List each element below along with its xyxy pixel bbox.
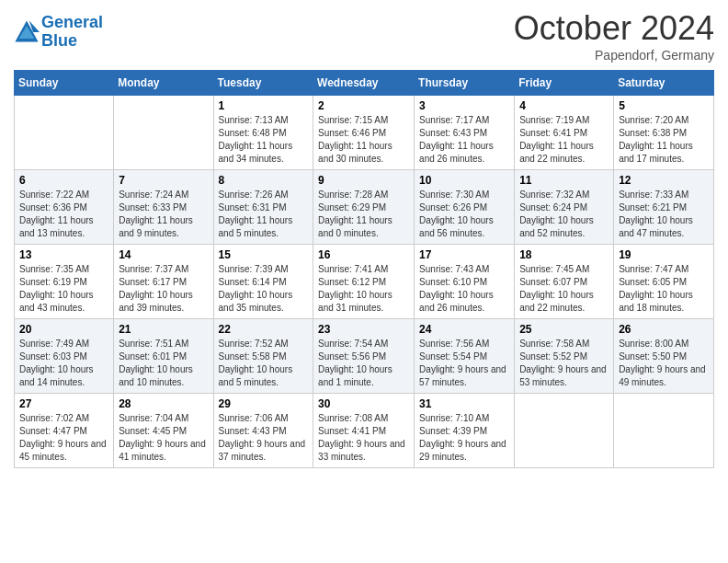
- calendar-cell: [515, 394, 614, 468]
- month-title: October 2024: [514, 9, 714, 48]
- col-saturday: Saturday: [614, 71, 714, 96]
- day-info: Sunrise: 7:10 AMSunset: 4:39 PMDaylight:…: [419, 412, 509, 464]
- calendar-cell: 13Sunrise: 7:35 AMSunset: 6:19 PMDayligh…: [15, 245, 114, 319]
- col-tuesday: Tuesday: [213, 71, 313, 96]
- week-row-5: 27Sunrise: 7:02 AMSunset: 4:47 PMDayligh…: [15, 394, 714, 468]
- logo-text: General Blue: [41, 14, 103, 51]
- day-info: Sunrise: 7:17 AMSunset: 6:43 PMDaylight:…: [419, 114, 509, 166]
- day-number: 31: [419, 397, 509, 410]
- page-header: General Blue October 2024 Papendorf, Ger…: [14, 9, 714, 63]
- day-number: 2: [318, 99, 409, 112]
- day-info: Sunrise: 7:49 AMSunset: 6:03 PMDaylight:…: [19, 338, 108, 389]
- day-number: 28: [119, 397, 208, 410]
- calendar-cell: 15Sunrise: 7:39 AMSunset: 6:14 PMDayligh…: [213, 245, 313, 319]
- day-number: 10: [419, 174, 509, 187]
- day-info: Sunrise: 7:15 AMSunset: 6:46 PMDaylight:…: [318, 114, 409, 166]
- day-number: 1: [219, 99, 309, 112]
- day-number: 24: [419, 323, 509, 336]
- calendar-cell: 1Sunrise: 7:13 AMSunset: 6:48 PMDaylight…: [213, 96, 313, 170]
- calendar-cell: [15, 96, 114, 170]
- day-info: Sunrise: 7:51 AMSunset: 6:01 PMDaylight:…: [119, 338, 208, 389]
- week-row-3: 13Sunrise: 7:35 AMSunset: 6:19 PMDayligh…: [15, 245, 714, 319]
- col-wednesday: Wednesday: [313, 71, 415, 96]
- col-sunday: Sunday: [15, 71, 114, 96]
- calendar-cell: 17Sunrise: 7:43 AMSunset: 6:10 PMDayligh…: [415, 245, 515, 319]
- week-row-2: 6Sunrise: 7:22 AMSunset: 6:36 PMDaylight…: [15, 170, 714, 245]
- day-number: 27: [19, 397, 108, 410]
- calendar-cell: 4Sunrise: 7:19 AMSunset: 6:41 PMDaylight…: [515, 96, 614, 170]
- calendar-cell: 22Sunrise: 7:52 AMSunset: 5:58 PMDayligh…: [213, 319, 313, 394]
- day-info: Sunrise: 7:30 AMSunset: 6:26 PMDaylight:…: [419, 189, 509, 240]
- col-friday: Friday: [515, 71, 614, 96]
- col-monday: Monday: [114, 71, 213, 96]
- calendar-cell: 25Sunrise: 7:58 AMSunset: 5:52 PMDayligh…: [515, 319, 614, 394]
- day-info: Sunrise: 7:04 AMSunset: 4:45 PMDaylight:…: [119, 412, 208, 464]
- day-number: 8: [219, 174, 309, 187]
- day-number: 4: [519, 99, 609, 112]
- day-info: Sunrise: 7:13 AMSunset: 6:48 PMDaylight:…: [219, 114, 309, 166]
- day-info: Sunrise: 7:39 AMSunset: 6:14 PMDaylight:…: [219, 263, 309, 315]
- day-number: 15: [219, 248, 309, 261]
- day-info: Sunrise: 7:32 AMSunset: 6:24 PMDaylight:…: [519, 189, 609, 240]
- logo-icon: [14, 19, 40, 45]
- calendar-cell: 30Sunrise: 7:08 AMSunset: 4:41 PMDayligh…: [313, 394, 415, 468]
- day-info: Sunrise: 7:45 AMSunset: 6:07 PMDaylight:…: [519, 263, 609, 315]
- day-number: 26: [619, 323, 709, 336]
- calendar-cell: 18Sunrise: 7:45 AMSunset: 6:07 PMDayligh…: [515, 245, 614, 319]
- day-info: Sunrise: 7:28 AMSunset: 6:29 PMDaylight:…: [318, 189, 409, 240]
- calendar-cell: 31Sunrise: 7:10 AMSunset: 4:39 PMDayligh…: [415, 394, 515, 468]
- calendar-cell: 3Sunrise: 7:17 AMSunset: 6:43 PMDaylight…: [415, 96, 515, 170]
- day-info: Sunrise: 7:47 AMSunset: 6:05 PMDaylight:…: [619, 263, 709, 315]
- location: Papendorf, Germany: [514, 48, 714, 63]
- day-number: 29: [219, 397, 309, 410]
- day-info: Sunrise: 7:08 AMSunset: 4:41 PMDaylight:…: [318, 412, 409, 464]
- day-number: 20: [19, 323, 108, 336]
- day-number: 3: [419, 99, 509, 112]
- calendar-cell: 10Sunrise: 7:30 AMSunset: 6:26 PMDayligh…: [415, 170, 515, 245]
- calendar-cell: 14Sunrise: 7:37 AMSunset: 6:17 PMDayligh…: [114, 245, 213, 319]
- day-info: Sunrise: 7:58 AMSunset: 5:52 PMDaylight:…: [519, 338, 609, 389]
- day-number: 12: [619, 174, 709, 187]
- day-number: 18: [519, 248, 609, 261]
- day-number: 6: [19, 174, 108, 187]
- day-info: Sunrise: 7:33 AMSunset: 6:21 PMDaylight:…: [619, 189, 709, 240]
- calendar-cell: 12Sunrise: 7:33 AMSunset: 6:21 PMDayligh…: [614, 170, 714, 245]
- day-number: 30: [318, 397, 409, 410]
- calendar-cell: 21Sunrise: 7:51 AMSunset: 6:01 PMDayligh…: [114, 319, 213, 394]
- col-thursday: Thursday: [415, 71, 515, 96]
- calendar-table: Sunday Monday Tuesday Wednesday Thursday…: [14, 70, 714, 468]
- calendar-cell: 8Sunrise: 7:26 AMSunset: 6:31 PMDaylight…: [213, 170, 313, 245]
- day-number: 19: [619, 248, 709, 261]
- calendar-cell: 9Sunrise: 7:28 AMSunset: 6:29 PMDaylight…: [313, 170, 415, 245]
- calendar-cell: 26Sunrise: 8:00 AMSunset: 5:50 PMDayligh…: [614, 319, 714, 394]
- day-info: Sunrise: 7:56 AMSunset: 5:54 PMDaylight:…: [419, 338, 509, 389]
- day-number: 9: [318, 174, 409, 187]
- day-number: 22: [219, 323, 309, 336]
- day-number: 17: [419, 248, 509, 261]
- calendar-cell: 29Sunrise: 7:06 AMSunset: 4:43 PMDayligh…: [213, 394, 313, 468]
- calendar-cell: 6Sunrise: 7:22 AMSunset: 6:36 PMDaylight…: [15, 170, 114, 245]
- day-number: 5: [619, 99, 709, 112]
- calendar-cell: [114, 96, 213, 170]
- day-number: 14: [119, 248, 208, 261]
- day-info: Sunrise: 7:43 AMSunset: 6:10 PMDaylight:…: [419, 263, 509, 315]
- calendar-cell: 27Sunrise: 7:02 AMSunset: 4:47 PMDayligh…: [15, 394, 114, 468]
- logo: General Blue: [14, 14, 103, 51]
- week-row-4: 20Sunrise: 7:49 AMSunset: 6:03 PMDayligh…: [15, 319, 714, 394]
- day-info: Sunrise: 7:41 AMSunset: 6:12 PMDaylight:…: [318, 263, 409, 315]
- calendar-cell: 28Sunrise: 7:04 AMSunset: 4:45 PMDayligh…: [114, 394, 213, 468]
- week-row-1: 1Sunrise: 7:13 AMSunset: 6:48 PMDaylight…: [15, 96, 714, 170]
- page-container: General Blue October 2024 Papendorf, Ger…: [0, 0, 728, 477]
- day-info: Sunrise: 7:37 AMSunset: 6:17 PMDaylight:…: [119, 263, 208, 315]
- day-info: Sunrise: 7:52 AMSunset: 5:58 PMDaylight:…: [219, 338, 309, 389]
- day-info: Sunrise: 7:24 AMSunset: 6:33 PMDaylight:…: [119, 189, 208, 240]
- calendar-cell: 7Sunrise: 7:24 AMSunset: 6:33 PMDaylight…: [114, 170, 213, 245]
- day-info: Sunrise: 7:06 AMSunset: 4:43 PMDaylight:…: [219, 412, 309, 464]
- calendar-cell: 11Sunrise: 7:32 AMSunset: 6:24 PMDayligh…: [515, 170, 614, 245]
- day-number: 11: [519, 174, 609, 187]
- calendar-cell: 23Sunrise: 7:54 AMSunset: 5:56 PMDayligh…: [313, 319, 415, 394]
- day-number: 25: [519, 323, 609, 336]
- day-info: Sunrise: 7:20 AMSunset: 6:38 PMDaylight:…: [619, 114, 709, 166]
- day-info: Sunrise: 7:02 AMSunset: 4:47 PMDaylight:…: [19, 412, 108, 464]
- day-info: Sunrise: 7:54 AMSunset: 5:56 PMDaylight:…: [318, 338, 409, 389]
